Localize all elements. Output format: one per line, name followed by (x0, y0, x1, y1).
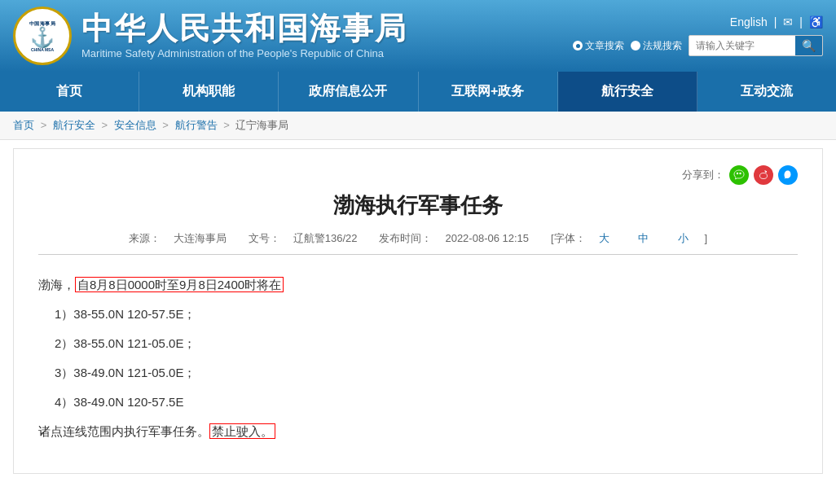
breadcrumb: 首页 > 航行安全 > 安全信息 > 航行警告 > 辽宁海事局 (0, 112, 836, 140)
anchor-icon: ⚓ (30, 28, 55, 47)
article-title: 渤海执行军事任务 (38, 191, 798, 220)
nav-interaction[interactable]: 互动交流 (697, 72, 836, 112)
share-qq-button[interactable] (778, 165, 798, 185)
article-footer-text: 诸点连线范围内执行军事任务。 (38, 424, 209, 438)
search-input[interactable] (689, 37, 795, 55)
font-small-btn[interactable]: 小 (678, 232, 689, 244)
breadcrumb-nav-warning[interactable]: 航行警告 (175, 119, 218, 131)
font-mid-btn[interactable]: 中 (638, 232, 649, 244)
nav-internet-gov[interactable]: 互联网+政务 (419, 72, 558, 112)
radio-article[interactable]: 文章搜索 (573, 39, 624, 53)
nav-gov-info[interactable]: 政府信息公开 (279, 72, 418, 112)
article-footer-line: 诸点连线范围内执行军事任务。禁止驶入。 (38, 419, 798, 444)
font-large-btn[interactable]: 大 (599, 232, 609, 244)
article-meta: 来源：大连海事局 文号：辽航警136/22 发布时间：2022-08-06 12… (38, 231, 798, 255)
doc-label: 文号： (243, 232, 280, 244)
logo: 中国海事局 ⚓ CHINA MSA (13, 7, 72, 65)
header-links: English | ✉ | ♿ (730, 15, 823, 28)
share-wechat-button[interactable] (729, 165, 749, 185)
radio-article-label: 文章搜索 (585, 39, 624, 53)
time-label: 发布时间： (373, 232, 432, 244)
breadcrumb-safety-info[interactable]: 安全信息 (114, 119, 156, 131)
accessibility-icon[interactable]: ♿ (809, 15, 823, 28)
search-radio-group: 文章搜索 法规搜索 (573, 39, 682, 53)
breadcrumb-home[interactable]: 首页 (13, 119, 34, 131)
breadcrumb-liaoning: 辽宁海事局 (235, 119, 288, 131)
source-value: 大连海事局 (174, 232, 227, 244)
svg-point-2 (760, 173, 768, 179)
header-title-block: 中华人民共和国海事局 Maritime Safety Administratio… (81, 12, 407, 60)
coord-1: 1）38-55.0N 120-57.5E； (55, 302, 798, 327)
english-link[interactable]: English (730, 15, 768, 28)
coord-2: 2）38-55.0N 121-05.0E； (55, 331, 798, 356)
svg-point-0 (737, 173, 738, 174)
time-value: 2022-08-06 12:15 (445, 232, 529, 244)
nav-navigation-safety[interactable]: 航行安全 (558, 72, 697, 112)
search-input-wrap: 🔍 (689, 35, 823, 56)
svg-point-1 (739, 173, 741, 174)
radio-law[interactable]: 法规搜索 (631, 39, 682, 53)
radio-dot-law (631, 41, 640, 50)
header-left: 中国海事局 ⚓ CHINA MSA 中华人民共和国海事局 Maritime Sa… (13, 7, 407, 65)
sep1: | (774, 15, 777, 28)
search-button[interactable]: 🔍 (795, 36, 822, 55)
font-end: ] (704, 232, 707, 244)
share-bar: 分享到： (38, 165, 798, 185)
breadcrumb-nav-safety[interactable]: 航行安全 (53, 119, 95, 131)
logo-bottom-text: CHINA MSA (31, 47, 54, 52)
doc-value: 辽航警136/22 (293, 232, 358, 244)
site-title-en: Maritime Safety Administration of the Pe… (81, 47, 407, 59)
sep2: | (799, 15, 803, 28)
content-area: 分享到： 渤海执行军事任务 来源：大连海事局 文号：辽航警136/22 发布时间… (13, 148, 823, 474)
article-highlight1: 自8月8日0000时至9月8日2400时将在 (75, 277, 284, 292)
radio-dot-article (573, 41, 583, 50)
header-right: English | ✉ | ♿ 文章搜索 法规搜索 🔍 (573, 15, 823, 56)
source-label: 来源： (129, 232, 161, 244)
coord-4: 4）38-49.0N 120-57.5E (55, 390, 798, 414)
radio-law-label: 法规搜索 (643, 39, 682, 53)
article-intro-text: 渤海， (38, 278, 75, 291)
site-title-cn: 中华人民共和国海事局 (81, 12, 407, 46)
header: 中国海事局 ⚓ CHINA MSA 中华人民共和国海事局 Maritime Sa… (0, 0, 836, 72)
article-intro-line: 渤海，自8月8日0000时至9月8日2400时将在 (38, 273, 798, 297)
article-body: 渤海，自8月8日0000时至9月8日2400时将在 1）38-55.0N 120… (38, 265, 798, 457)
share-label: 分享到： (682, 168, 724, 182)
share-weibo-button[interactable] (754, 165, 773, 185)
nav-home[interactable]: 首页 (0, 72, 139, 112)
coord-3: 3）38-49.0N 121-05.0E； (55, 361, 798, 385)
nav-bar: 首页 机构职能 政府信息公开 互联网+政务 航行安全 互动交流 (0, 72, 836, 112)
email-icon[interactable]: ✉ (783, 15, 793, 28)
search-area: 文章搜索 法规搜索 🔍 (573, 35, 823, 56)
article-highlight2: 禁止驶入。 (209, 423, 275, 439)
font-label: [字体： (545, 232, 586, 244)
nav-institution[interactable]: 机构职能 (139, 72, 279, 112)
